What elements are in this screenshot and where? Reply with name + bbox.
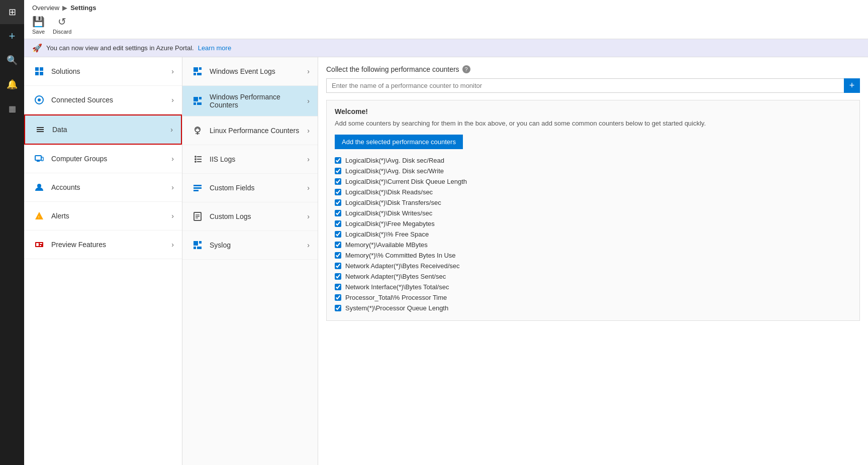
accounts-icon [32,180,46,194]
sec-nav-label-linux-perf-counters: Linux Performance Counters [210,127,307,135]
list-item: Processor_Total\% Processor Time [335,292,851,303]
svg-rect-41 [194,247,196,249]
save-label: Save [32,29,45,35]
svg-rect-33 [194,187,202,189]
sec-nav-syslog[interactable]: Syslog › [182,231,318,260]
sec-nav-windows-event-logs[interactable]: Windows Event Logs › [182,57,318,86]
discard-label: Discard [53,29,71,35]
list-item: LogicalDisk(*)\Free Megabytes [335,218,851,229]
counter-checkbox[interactable] [335,284,341,290]
save-button[interactable]: 💾 Save [32,16,45,35]
syslog-icon [190,238,205,252]
chevron-connected: › [171,96,174,104]
counter-list: LogicalDisk(*)\Avg. Disk sec/ReadLogical… [335,155,851,313]
counter-label: Network Adapter(*)\Bytes Received/sec [345,262,460,270]
learn-more-link[interactable]: Learn more [198,44,231,52]
svg-rect-14 [40,245,41,246]
chevron-preview: › [171,241,174,249]
nav-item-preview-features[interactable]: Preview Features › [24,230,182,259]
svg-rect-21 [194,102,196,105]
svg-rect-22 [197,102,202,105]
sec-nav-iis-logs[interactable]: IIS Logs › [182,145,318,174]
svg-rect-6 [35,156,41,160]
sec-nav-custom-fields[interactable]: Custom Fields › [182,174,318,202]
list-item: LogicalDisk(*)\Disk Transfers/sec [335,197,851,208]
search-input[interactable] [326,78,844,93]
chevron-custom-fields: › [307,184,310,192]
help-icon[interactable]: ? [462,65,470,73]
counter-label: LogicalDisk(*)\Disk Transfers/sec [345,199,441,206]
chevron-custom-logs: › [307,212,310,220]
nav-rail-home[interactable]: ⊞ [0,0,24,24]
content-area: Solutions › Connected Sources › Data › [24,57,868,465]
nav-rail-chart[interactable]: ▦ [0,96,24,121]
search-row: + [326,78,860,93]
discard-button[interactable]: ↺ Discard [53,16,71,35]
nav-rail: ⊞ + 🔍 🔔 ▦ [0,0,24,465]
welcome-text: Add some counters by searching for them … [335,119,851,129]
nav-label-alerts: Alerts [51,212,171,220]
svg-rect-17 [194,73,196,75]
nav-label-connected-sources: Connected Sources [51,96,171,104]
counter-label: LogicalDisk(*)\Free Megabytes [345,220,435,227]
counter-checkbox[interactable] [335,210,341,216]
nav-rail-search[interactable]: 🔍 [0,48,24,72]
search-add-button[interactable]: + [844,78,860,93]
counter-checkbox[interactable] [335,199,341,206]
counter-label: LogicalDisk(*)\Current Disk Queue Length [345,178,467,185]
search-icon: 🔍 [7,55,18,66]
counter-checkbox[interactable] [335,305,341,311]
connected-sources-icon [32,93,46,107]
svg-rect-8 [41,157,43,161]
toolbar: 💾 Save ↺ Discard [32,14,860,39]
alerts-icon: ! [32,209,46,223]
nav-item-solutions[interactable]: Solutions › [24,57,182,86]
nav-rail-bell[interactable]: 🔔 [0,72,24,96]
list-item: Network Interface(*)\Bytes Total/sec [335,282,851,292]
counter-checkbox[interactable] [335,178,341,185]
counter-label: LogicalDisk(*)\Disk Reads/sec [345,188,433,196]
chevron-accounts: › [171,183,174,191]
nav-item-accounts[interactable]: Accounts › [24,173,182,202]
counter-checkbox[interactable] [335,231,341,238]
counter-checkbox[interactable] [335,157,341,164]
counter-checkbox[interactable] [335,294,341,301]
svg-rect-42 [197,247,202,249]
svg-rect-13 [40,243,42,244]
chevron-alerts: › [171,212,174,220]
add-icon: + [9,30,16,43]
nav-rail-add[interactable]: + [0,24,24,48]
svg-rect-18 [197,73,202,75]
nav-item-computer-groups[interactable]: Computer Groups › [24,145,182,173]
sec-nav-linux-perf-counters[interactable]: Linux Performance Counters › [182,117,318,145]
solutions-icon [32,64,46,78]
svg-rect-2 [35,72,39,75]
counter-checkbox[interactable] [335,242,341,248]
counter-checkbox[interactable] [335,252,341,259]
list-item: LogicalDisk(*)\Current Disk Queue Length [335,176,851,187]
counter-checkbox[interactable] [335,263,341,269]
sec-nav-windows-perf-counters[interactable]: Windows Performance Counters › [182,86,318,117]
notification-text: You can now view and edit settings in Az… [46,44,194,52]
save-icon: 💾 [32,16,45,28]
chart-icon: ▦ [9,104,16,113]
add-selected-button[interactable]: Add the selected performance counters [335,135,463,149]
list-item: LogicalDisk(*)\Disk Reads/sec [335,187,851,197]
sec-nav-custom-logs[interactable]: Custom Logs › [182,202,318,231]
sec-nav-label-syslog: Syslog [210,241,307,249]
nav-item-alerts[interactable]: ! Alerts › [24,202,182,230]
nav-item-data[interactable]: Data › [25,115,181,144]
list-item: LogicalDisk(*)\Avg. Disk sec/Read [335,155,851,166]
home-icon: ⊞ [9,7,16,18]
iis-logs-icon [190,152,205,166]
counter-label: LogicalDisk(*)\Avg. Disk sec/Read [345,157,444,164]
counter-label: LogicalDisk(*)\Avg. Disk sec/Write [345,167,444,175]
nav-item-connected-sources[interactable]: Connected Sources › [24,86,182,114]
svg-point-27 [195,158,197,160]
counter-checkbox[interactable] [335,220,341,227]
counter-checkbox[interactable] [335,273,341,280]
counter-label: Network Adapter(*)\Bytes Sent/sec [345,273,446,280]
list-item: LogicalDisk(*)\% Free Space [335,229,851,240]
counter-checkbox[interactable] [335,168,341,174]
counter-checkbox[interactable] [335,189,341,195]
